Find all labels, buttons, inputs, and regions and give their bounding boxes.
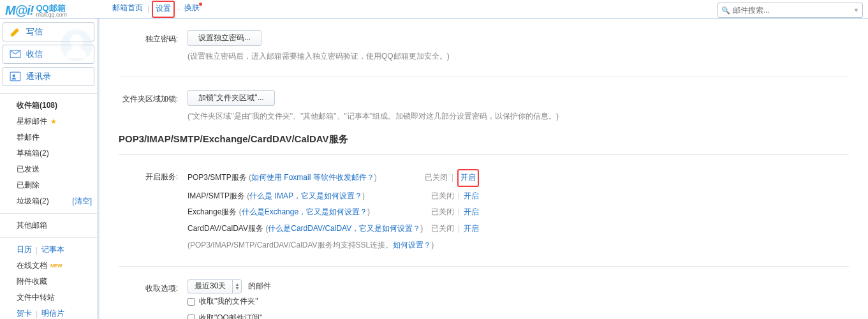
service-help-imap[interactable]: 什么是 IMAP，它又是如何设置？ <box>249 189 362 204</box>
sidebar-sent[interactable]: 已发送 <box>0 161 97 177</box>
contacts-label: 通讯录 <box>26 71 51 82</box>
service-help-exchange[interactable]: 什么是Exchange，它又是如何设置？ <box>242 205 367 219</box>
service-list: POP3/SMTP服务 (如何使用 Foxmail 等软件收发邮件？) 已关闭 … <box>188 168 849 253</box>
service-row-exchange: Exchange服务 (什么是Exchange，它又是如何设置？) 已关闭 | … <box>188 204 849 221</box>
cb-my-folders-row: 收取"我的文件夹" <box>188 293 849 310</box>
sidebar-cards-row: 贺卡 | 明信片 <box>0 306 97 319</box>
header: M@i! QQ邮箱 mail.qq.com 邮箱首页 | 设置 - 换肤 🔍 ▼ <box>0 0 868 18</box>
sidebar: 写信 收信 通讯录 收件箱(108) 星标邮件★ 群邮件 草稿箱(2) 已发送 … <box>0 19 99 319</box>
folder-lock-hint: ("文件夹区域"是由"我的文件夹"、"其他邮箱"、"记事本"组成。加锁即对这几部… <box>188 110 849 124</box>
contacts-icon <box>10 72 21 81</box>
enable-imap-link[interactable]: 开启 <box>464 189 479 204</box>
service-status: 已关闭 <box>431 222 454 236</box>
cb-qq-subscription-row: 收取"QQ邮件订阅" <box>188 310 849 319</box>
sidebar-other-mailbox[interactable]: 其他邮箱 <box>0 218 97 234</box>
nav-separator: - <box>177 4 180 18</box>
svg-rect-1 <box>10 72 20 81</box>
logo[interactable]: M@i! QQ邮箱 mail.qq.com <box>5 3 110 18</box>
sidebar-attachments[interactable]: 附件收藏 <box>0 274 97 290</box>
sidebar-starred[interactable]: 星标邮件★ <box>0 114 97 130</box>
sidebar-relay[interactable]: 文件中转站 <box>0 290 97 306</box>
fetch-after-text: 的邮件 <box>248 281 271 290</box>
sidebar-group[interactable]: 群邮件 <box>0 130 97 145</box>
nav-separator: | <box>147 4 149 18</box>
content-panel: 独立密码: 设置独立密码... (设置独立密码后，进入邮箱需要输入独立密码验证，… <box>99 19 868 319</box>
sidebar-notes[interactable]: 记事本 <box>41 244 64 255</box>
nav-skin[interactable]: 换肤 <box>182 3 204 18</box>
ssl-howto-link[interactable]: 如何设置？ <box>393 241 431 249</box>
dropdown-icon[interactable]: ▼ <box>853 7 859 13</box>
set-independent-password-button[interactable]: 设置独立密码... <box>188 30 261 46</box>
sidebar-trash[interactable]: 垃圾箱(2)[清空] <box>0 193 97 209</box>
svg-point-4 <box>70 34 83 48</box>
services-section-title: POP3/IMAP/SMTP/Exchange/CardDAV/CalDAV服务 <box>119 133 849 145</box>
cb-my-folders-label: 收取"我的文件夹" <box>199 295 258 309</box>
receive-label: 收信 <box>26 48 43 60</box>
compose-label: 写信 <box>26 26 43 38</box>
service-row-pop3: POP3/SMTP服务 (如何使用 Foxmail 等软件收发邮件？) 已关闭 … <box>188 168 849 188</box>
sidebar-trash-label: 垃圾箱(2) <box>17 196 49 207</box>
service-status: 已关闭 <box>431 189 454 204</box>
stepper-icon: ▲▼ <box>232 280 241 293</box>
sidebar-deleted[interactable]: 已删除 <box>0 177 97 193</box>
ssl-note: (POP3/IMAP/SMTP/CardDAV/CalDAV服务均支持SSL连接… <box>188 237 849 254</box>
cb-qq-subscription[interactable] <box>188 315 195 319</box>
nav-settings[interactable]: 设置 <box>156 4 171 13</box>
search-input[interactable] <box>733 6 853 15</box>
sidebar-starred-label: 星标邮件 <box>17 116 47 127</box>
independent-password-label: 独立密码: <box>119 30 188 47</box>
sidebar-onlinedoc-label: 在线文档 <box>17 260 47 271</box>
top-nav: 邮箱首页 | 设置 - 换肤 <box>110 1 204 18</box>
sidebar-onlinedoc[interactable]: 在线文档NEW <box>0 258 97 274</box>
enable-carddav-link[interactable]: 开启 <box>464 222 479 236</box>
svg-point-2 <box>13 75 16 78</box>
new-badge: NEW <box>50 263 63 269</box>
enable-services-label: 开启服务: <box>119 168 188 184</box>
fetch-range-value: 最近30天 <box>188 279 232 293</box>
enable-exchange-link[interactable]: 开启 <box>464 205 479 219</box>
trash-empty-link[interactable]: [清空] <box>72 196 92 207</box>
fetch-range-select[interactable]: 最近30天 ▲▼ <box>188 279 242 293</box>
nav-settings-highlight: 设置 <box>152 1 175 18</box>
enable-pop3-link[interactable]: 开启 <box>457 169 479 187</box>
logo-subtitle: mail.qq.com <box>36 12 67 18</box>
avatar-watermark <box>60 29 93 62</box>
nav-home[interactable]: 邮箱首页 <box>110 3 145 18</box>
search-icon: 🔍 <box>721 6 730 15</box>
fetch-options-label: 收取选项: <box>119 279 188 296</box>
lock-folder-area-button[interactable]: 加锁"文件夹区域"... <box>188 90 275 106</box>
service-status: 已关闭 <box>425 171 448 185</box>
search-box[interactable]: 🔍 ▼ <box>717 3 863 18</box>
sidebar-postcards[interactable]: 明信片 <box>41 308 64 319</box>
red-dot-icon <box>199 3 202 6</box>
service-help-carddav[interactable]: 什么是CardDAV/CalDAV，它又是如何设置？ <box>268 222 420 236</box>
sidebar-drafts[interactable]: 草稿箱(2) <box>0 145 97 161</box>
receive-icon <box>10 50 21 59</box>
cb-my-folders[interactable] <box>188 298 195 306</box>
logo-icon: M@i! <box>5 3 33 18</box>
folder-lock-label: 文件夹区域加锁: <box>119 90 188 107</box>
service-help-pop3[interactable]: 如何使用 Foxmail 等软件收发邮件？ <box>251 171 374 185</box>
independent-password-hint: (设置独立密码后，进入邮箱需要输入独立密码验证，使用QQ邮箱更加安全。) <box>188 50 849 64</box>
service-status: 已关闭 <box>431 205 454 219</box>
sidebar-calendar-row: 日历 | 记事本 <box>0 242 97 258</box>
contacts-button[interactable]: 通讯录 <box>3 67 94 86</box>
sidebar-cards[interactable]: 贺卡 <box>17 308 32 319</box>
sidebar-calendar[interactable]: 日历 <box>17 244 32 255</box>
service-row-carddav: CardDAV/CalDAV服务 (什么是CardDAV/CalDAV，它又是如… <box>188 221 849 237</box>
cb-qq-subscription-label: 收取"QQ邮件订阅" <box>199 311 262 319</box>
compose-icon <box>10 27 21 36</box>
service-row-imap: IMAP/SMTP服务 (什么是 IMAP，它又是如何设置？) 已关闭 | 开启 <box>188 188 849 205</box>
star-icon: ★ <box>50 117 57 126</box>
sidebar-inbox[interactable]: 收件箱(108) <box>0 98 97 114</box>
